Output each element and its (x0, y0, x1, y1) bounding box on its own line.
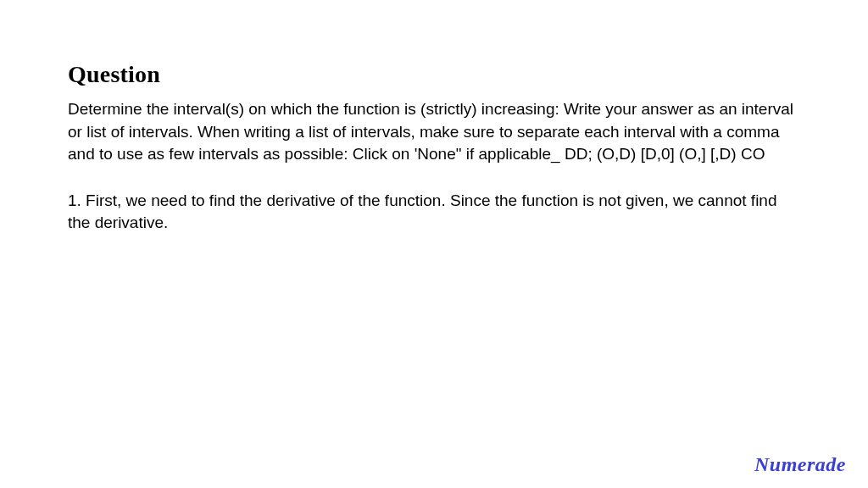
brand-logo: Numerade (754, 453, 846, 476)
document-page: Question Determine the interval(s) on wh… (0, 0, 868, 488)
answer-step-1: 1. First, we need to find the derivative… (68, 190, 800, 235)
question-heading: Question (68, 61, 800, 88)
question-body: Determine the interval(s) on which the f… (68, 98, 800, 166)
